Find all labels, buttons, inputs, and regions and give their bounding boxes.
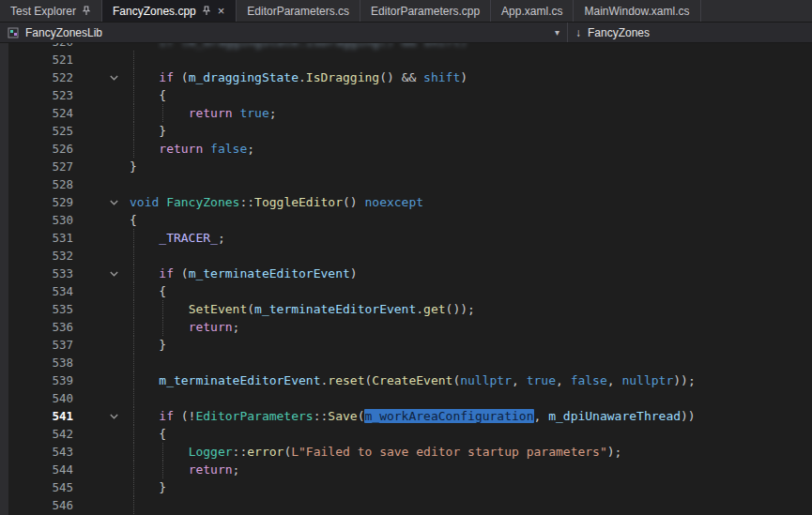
code-text[interactable]: if (!EditorParameters::Save(m_workAreaCo… bbox=[130, 407, 812, 425]
tab-fancyzones-cpp[interactable]: FancyZones.cpp× bbox=[102, 0, 237, 22]
code-line-532[interactable]: 532 bbox=[0, 247, 812, 265]
code-text[interactable] bbox=[130, 389, 812, 407]
code-line-525[interactable]: 525 } bbox=[0, 122, 812, 140]
indent-guide bbox=[133, 86, 134, 104]
tab-editorparameters-cpp[interactable]: EditorParameters.cpp bbox=[360, 0, 491, 22]
code-text[interactable]: _TRACER_; bbox=[130, 229, 812, 247]
code-text[interactable]: { bbox=[130, 282, 812, 300]
code-line-533[interactable]: 533 if (m_terminateEditorEvent) bbox=[0, 265, 812, 282]
code-line-540[interactable]: 540 bbox=[0, 389, 812, 407]
line-number: 520 bbox=[8, 43, 73, 51]
code-line-531[interactable]: 531 _TRACER_; bbox=[0, 229, 812, 247]
token: (! bbox=[174, 409, 195, 423]
code-text[interactable]: } bbox=[130, 336, 812, 354]
code-text[interactable]: m_terminateEditorEvent.reset(CreateEvent… bbox=[130, 371, 812, 389]
code-line-530[interactable]: 530{ bbox=[0, 211, 812, 229]
indent-guide bbox=[133, 478, 134, 496]
close-icon[interactable]: × bbox=[217, 5, 226, 17]
navigation-bar: FancyZonesLib ▾ ↓ FancyZones bbox=[0, 23, 812, 43]
code-line-522[interactable]: 522 if (m_draggingState.IsDragging() && … bbox=[0, 68, 812, 86]
code-text[interactable]: return; bbox=[130, 461, 812, 478]
indent-guide bbox=[133, 140, 134, 158]
code-line-534[interactable]: 534 { bbox=[0, 282, 812, 300]
indent-guide bbox=[133, 389, 134, 407]
code-text[interactable]: { bbox=[130, 425, 812, 443]
fold-margin bbox=[73, 140, 130, 158]
token: if (m_draggingState.IsDragging() && shif… bbox=[159, 43, 467, 49]
code-line-543[interactable]: 543 Logger::error(L"Failed to save edito… bbox=[0, 443, 812, 461]
code-text[interactable]: { bbox=[130, 86, 812, 104]
code-line-529[interactable]: 529void FancyZones::ToggleEditor() noexc… bbox=[0, 193, 812, 211]
code-text[interactable]: Logger::error(L"Failed to save editor st… bbox=[130, 443, 812, 461]
tab-app-xaml-cs[interactable]: App.xaml.cs bbox=[491, 0, 574, 22]
code-line-546[interactable]: 546 bbox=[0, 496, 812, 514]
code-text[interactable] bbox=[130, 354, 812, 371]
token: void bbox=[130, 195, 159, 209]
line-number: 532 bbox=[8, 247, 73, 265]
pin-icon[interactable] bbox=[202, 6, 211, 16]
fold-chevron-icon[interactable] bbox=[73, 193, 130, 211]
line-number: 529 bbox=[8, 193, 73, 211]
code-line-538[interactable]: 538 bbox=[0, 354, 812, 371]
tab-mainwindow-xaml-cs[interactable]: MainWindow.xaml.cs bbox=[574, 0, 700, 22]
code-line-527[interactable]: 527} bbox=[0, 158, 812, 175]
code-line-535[interactable]: 535 SetEvent(m_terminateEditorEvent.get(… bbox=[0, 300, 812, 318]
tab-test-explorer[interactable]: Test Explorer bbox=[0, 0, 102, 22]
code-line-542[interactable]: 542 { bbox=[0, 425, 812, 443]
code-text[interactable]: { bbox=[130, 211, 812, 229]
code-line-523[interactable]: 523 { bbox=[0, 86, 812, 104]
project-dropdown[interactable]: FancyZonesLib ▾ bbox=[0, 23, 567, 42]
code-text[interactable]: SetEvent(m_terminateEditorEvent.get()); bbox=[130, 300, 812, 318]
token: EditorParameters bbox=[195, 409, 313, 423]
code-line-528[interactable]: 528 bbox=[0, 175, 812, 193]
code-line-521[interactable]: 521 bbox=[0, 51, 812, 68]
code-text[interactable] bbox=[130, 247, 812, 265]
code-text[interactable]: } bbox=[130, 478, 812, 496]
code-text[interactable]: if (m_terminateEditorEvent) bbox=[130, 265, 812, 282]
pin-icon[interactable] bbox=[82, 6, 91, 16]
code-text[interactable]: if (m_draggingState.IsDragging() && shif… bbox=[130, 43, 812, 51]
fold-margin bbox=[73, 496, 130, 514]
chevron-down-icon[interactable]: ▾ bbox=[555, 27, 559, 38]
code-line-536[interactable]: 536 return; bbox=[0, 318, 812, 336]
code-text[interactable]: } bbox=[130, 122, 812, 140]
code-line-539[interactable]: 539 m_terminateEditorEvent.reset(CreateE… bbox=[0, 371, 812, 389]
code-text[interactable]: if (m_draggingState.IsDragging() && shif… bbox=[130, 68, 812, 86]
code-text[interactable] bbox=[130, 51, 812, 68]
token: return bbox=[189, 462, 233, 477]
line-number: 536 bbox=[8, 318, 73, 336]
tab-label: App.xaml.cs bbox=[501, 5, 562, 18]
token: IsDragging bbox=[306, 70, 379, 84]
tab-label: FancyZones.cpp bbox=[113, 5, 196, 18]
code-line-545[interactable]: 545 } bbox=[0, 478, 812, 496]
code-text[interactable]: return; bbox=[130, 318, 812, 336]
symbol-dropdown[interactable]: ↓ FancyZones bbox=[568, 23, 812, 42]
code-line-541[interactable]: 541 if (!EditorParameters::Save(m_workAr… bbox=[0, 407, 812, 425]
code-text[interactable] bbox=[130, 175, 812, 193]
code-line-520[interactable]: 520 if (m_draggingState.IsDragging() && … bbox=[0, 43, 812, 51]
code-line-524[interactable]: 524 return true; bbox=[0, 104, 812, 122]
line-number: 528 bbox=[8, 175, 73, 193]
line-number: 544 bbox=[8, 461, 73, 478]
code-text[interactable]: return true; bbox=[130, 104, 812, 122]
line-number: 534 bbox=[8, 282, 73, 300]
breakpoint-margin[interactable] bbox=[0, 43, 8, 515]
token: . bbox=[416, 302, 423, 316]
indent-guide bbox=[133, 229, 134, 247]
code-text[interactable]: } bbox=[130, 158, 812, 175]
fold-chevron-icon[interactable] bbox=[73, 68, 130, 86]
fold-chevron-icon[interactable] bbox=[73, 407, 130, 425]
token bbox=[203, 142, 210, 156]
code-editor[interactable]: 520 if (m_draggingState.IsDragging() && … bbox=[0, 43, 812, 515]
vs-editor-window: Test ExplorerFancyZones.cpp×EditorParame… bbox=[0, 0, 812, 515]
fold-chevron-icon[interactable] bbox=[73, 265, 130, 282]
token: error bbox=[247, 445, 283, 459]
tab-editorparameters-cs[interactable]: EditorParameters.cs bbox=[237, 0, 360, 22]
token: if bbox=[159, 266, 174, 280]
code-line-526[interactable]: 526 return false; bbox=[0, 140, 812, 158]
code-text[interactable] bbox=[130, 496, 812, 514]
code-text[interactable]: return false; bbox=[130, 140, 812, 158]
code-line-544[interactable]: 544 return; bbox=[0, 461, 812, 478]
code-line-537[interactable]: 537 } bbox=[0, 336, 812, 354]
code-text[interactable]: void FancyZones::ToggleEditor() noexcept bbox=[130, 193, 812, 211]
